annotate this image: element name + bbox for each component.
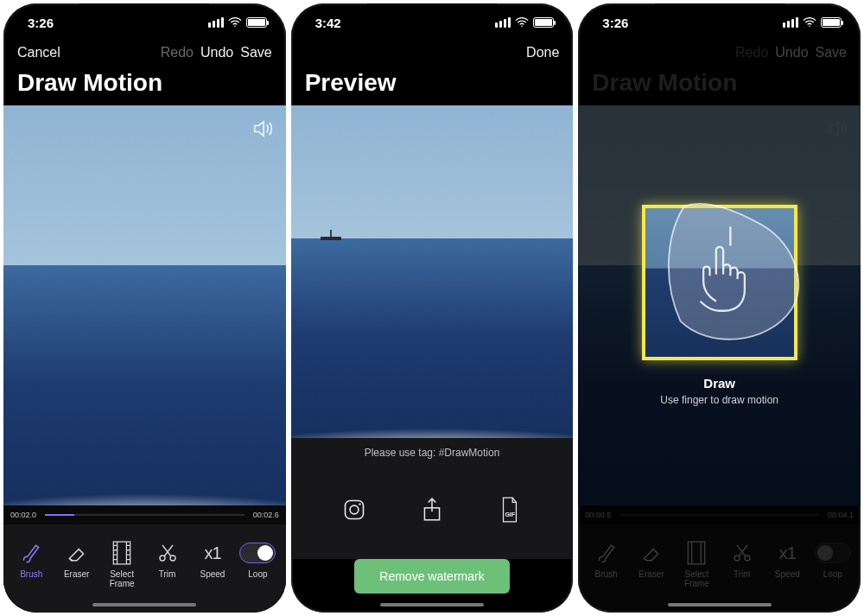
tool-select-frame[interactable]: Select Frame: [675, 540, 718, 588]
remove-watermark-button[interactable]: Remove watermark: [354, 559, 510, 594]
gif-badge: GIF: [505, 511, 515, 518]
svg-point-17: [359, 503, 360, 505]
wifi-icon: [515, 17, 529, 28]
filmstrip-icon: [112, 540, 131, 566]
signal-icon: [208, 17, 224, 28]
tool-eraser[interactable]: Eraser: [630, 540, 673, 579]
svg-point-16: [350, 505, 359, 514]
cancel-button[interactable]: Cancel: [17, 45, 60, 60]
battery-icon: [821, 17, 842, 28]
undo-button[interactable]: Undo: [200, 45, 233, 60]
page-title: Draw Motion: [3, 64, 286, 105]
tool-loop[interactable]: Loop: [236, 540, 279, 579]
signal-icon: [495, 17, 511, 28]
notch: [79, 3, 209, 26]
svg-point-14: [522, 25, 524, 27]
instagram-button[interactable]: [334, 490, 374, 530]
loop-toggle[interactable]: [239, 543, 276, 563]
nav-bar: Done: [291, 41, 574, 64]
time-end: 00:04.1: [828, 511, 854, 519]
scissors-icon: [732, 540, 753, 566]
scissors-icon: [157, 540, 178, 566]
nav-bar: Cancel Redo Undo Save: [3, 41, 286, 64]
timeline[interactable]: 00:02.0 00:02.6: [3, 505, 286, 524]
instagram-icon: [342, 498, 366, 522]
phone-tutorial: 3:26 Redo Undo Save Draw Motion: [578, 3, 861, 613]
video-canvas[interactable]: [291, 105, 574, 438]
notch: [367, 3, 497, 26]
time-start: 00:02.0: [10, 511, 36, 519]
video-canvas[interactable]: Draw Use finger to draw motion: [578, 105, 861, 505]
ship-graphic: [319, 232, 343, 240]
wifi-icon: [803, 17, 816, 28]
tool-speed[interactable]: x1 Speed: [766, 540, 809, 579]
wifi-icon: [228, 17, 242, 28]
tool-select-frame[interactable]: Select Frame: [100, 540, 143, 588]
video-canvas[interactable]: [3, 105, 286, 505]
phone-preview: 3:42 Done Preview Please use tag: #DrawM…: [291, 3, 574, 613]
redo-button[interactable]: Redo: [735, 45, 768, 60]
tutorial-highlight: [642, 205, 797, 360]
time-end: 00:02.6: [253, 511, 279, 519]
share-bar: GIF: [291, 467, 574, 559]
tutorial-title: Draw: [703, 376, 735, 391]
page-title: Preview: [291, 64, 574, 105]
svg-rect-15: [345, 501, 363, 519]
status-time: 3:42: [315, 16, 341, 30]
tool-loop[interactable]: Loop: [811, 540, 854, 579]
eraser-icon: [66, 540, 88, 566]
tutorial-overlay[interactable]: Draw Use finger to draw motion: [578, 105, 861, 505]
toolbar: Brush Eraser Select Frame Trim x1 Speed: [578, 524, 861, 613]
notch: [655, 3, 785, 26]
svg-rect-20: [689, 542, 705, 564]
save-button[interactable]: Save: [816, 45, 847, 60]
undo-button[interactable]: Undo: [775, 45, 808, 60]
loop-toggle[interactable]: [815, 543, 851, 563]
home-indicator[interactable]: [668, 603, 772, 606]
battery-icon: [246, 17, 267, 28]
signal-icon: [783, 17, 798, 28]
done-button[interactable]: Done: [526, 45, 559, 60]
tool-trim[interactable]: Trim: [146, 540, 189, 579]
filmstrip-icon: [687, 540, 706, 566]
tool-eraser[interactable]: Eraser: [55, 540, 98, 579]
share-icon: [421, 497, 443, 523]
svg-point-0: [234, 25, 236, 27]
share-button[interactable]: [412, 490, 452, 530]
hashtag-hint: Please use tag: #DrawMotion: [291, 438, 574, 467]
nav-bar: Redo Undo Save: [578, 41, 861, 64]
time-start: 00:00.5: [585, 511, 611, 519]
save-button[interactable]: Save: [240, 45, 271, 60]
battery-icon: [533, 17, 554, 28]
eraser-icon: [640, 540, 663, 566]
tool-speed[interactable]: x1 Speed: [191, 540, 234, 579]
timeline[interactable]: 00:00.5 00:04.1: [578, 505, 861, 524]
tool-brush[interactable]: Brush: [10, 540, 53, 579]
status-time: 3:26: [602, 16, 628, 30]
tool-trim[interactable]: Trim: [721, 540, 764, 579]
redo-button[interactable]: Redo: [161, 45, 194, 60]
status-time: 3:26: [28, 16, 54, 30]
draw-gesture-icon: [637, 182, 811, 357]
toolbar: Brush Eraser Select Frame Trim: [3, 524, 286, 613]
home-indicator[interactable]: [380, 603, 484, 606]
svg-point-19: [809, 25, 810, 27]
brush-icon: [20, 540, 42, 566]
speed-value: x1: [204, 543, 220, 563]
speed-value: x1: [779, 543, 796, 563]
file-icon: [498, 496, 522, 524]
brush-icon: [595, 540, 618, 566]
tutorial-subtitle: Use finger to draw motion: [660, 394, 778, 406]
tool-brush[interactable]: Brush: [585, 540, 628, 579]
speaker-icon[interactable]: [248, 114, 277, 143]
home-indicator[interactable]: [92, 603, 196, 606]
phone-draw-motion: 3:26 Cancel Redo Undo Save Draw Motion: [3, 3, 286, 613]
gif-button[interactable]: GIF: [490, 490, 530, 530]
page-title: Draw Motion: [578, 64, 861, 105]
